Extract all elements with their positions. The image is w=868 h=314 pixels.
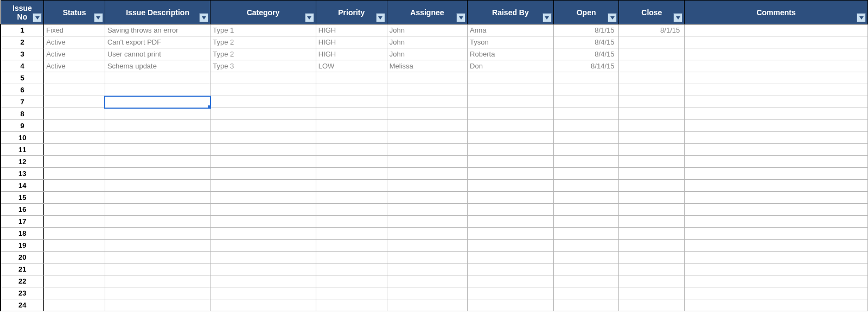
cell-comments[interactable] [685, 263, 868, 275]
cell-close[interactable] [619, 180, 685, 192]
cell-open[interactable] [553, 96, 619, 108]
cell-comments[interactable] [685, 192, 868, 204]
cell-priority[interactable] [316, 275, 387, 287]
cell-comments[interactable] [685, 252, 868, 263]
filter-dropdown-assignee[interactable] [456, 13, 465, 22]
row-number-cell[interactable]: 10 [1, 132, 44, 144]
row-number-cell[interactable]: 16 [1, 204, 44, 216]
filter-dropdown-raised_by[interactable] [542, 13, 552, 22]
cell-description[interactable]: User cannot print [105, 48, 210, 60]
cell-close[interactable] [619, 120, 685, 132]
cell-close[interactable] [619, 144, 685, 156]
cell-raised_by[interactable] [468, 216, 554, 228]
column-header-category[interactable]: Category [210, 1, 316, 24]
cell-description[interactable]: Saving throws an error [105, 24, 210, 36]
cell-assignee[interactable] [387, 156, 467, 168]
cell-priority[interactable] [316, 84, 387, 96]
cell-status[interactable] [44, 216, 105, 228]
cell-status[interactable]: Active [44, 60, 105, 72]
cell-raised_by[interactable] [468, 204, 554, 216]
row-number-cell[interactable]: 19 [1, 240, 44, 252]
cell-category[interactable] [210, 108, 316, 120]
cell-status[interactable]: Active [44, 48, 105, 60]
cell-assignee[interactable] [387, 168, 467, 180]
cell-category[interactable] [210, 240, 316, 252]
cell-open[interactable] [553, 240, 619, 252]
cell-category[interactable]: Type 2 [210, 36, 316, 48]
row-number-cell[interactable]: 11 [1, 144, 44, 156]
row-number-cell[interactable]: 13 [1, 168, 44, 180]
cell-open[interactable] [553, 84, 619, 96]
cell-open[interactable] [553, 216, 619, 228]
cell-close[interactable] [619, 48, 685, 60]
column-header-assignee[interactable]: Assignee [387, 1, 467, 24]
cell-status[interactable]: Active [44, 36, 105, 48]
cell-open[interactable] [553, 228, 619, 240]
cell-open[interactable] [553, 120, 619, 132]
cell-category[interactable] [210, 156, 316, 168]
cell-close[interactable] [619, 299, 685, 311]
row-number-cell[interactable]: 8 [1, 108, 44, 120]
cell-description[interactable] [105, 275, 210, 287]
issue-tracker-table[interactable]: Issue NoStatusIssue DescriptionCategoryP… [0, 0, 868, 311]
cell-description[interactable] [105, 263, 210, 275]
column-header-issue_no[interactable]: Issue No [1, 1, 44, 24]
cell-priority[interactable]: HIGH [316, 36, 387, 48]
cell-description[interactable] [105, 144, 210, 156]
cell-close[interactable] [619, 263, 685, 275]
cell-category[interactable] [210, 72, 316, 84]
cell-priority[interactable] [316, 204, 387, 216]
cell-status[interactable] [44, 263, 105, 275]
cell-comments[interactable] [685, 156, 868, 168]
cell-assignee[interactable] [387, 263, 467, 275]
filter-dropdown-comments[interactable] [857, 13, 866, 22]
cell-category[interactable]: Type 2 [210, 48, 316, 60]
cell-priority[interactable] [316, 156, 387, 168]
cell-comments[interactable] [685, 144, 868, 156]
cell-close[interactable] [619, 132, 685, 144]
cell-raised_by[interactable] [468, 240, 554, 252]
cell-raised_by[interactable] [468, 252, 554, 263]
cell-raised_by[interactable] [468, 299, 554, 311]
filter-dropdown-category[interactable] [305, 13, 314, 22]
cell-priority[interactable] [316, 132, 387, 144]
cell-description[interactable] [105, 108, 210, 120]
cell-assignee[interactable] [387, 108, 467, 120]
cell-raised_by[interactable] [468, 156, 554, 168]
cell-assignee[interactable] [387, 72, 467, 84]
row-number-cell[interactable]: 12 [1, 156, 44, 168]
cell-comments[interactable] [685, 24, 868, 36]
cell-raised_by[interactable] [468, 108, 554, 120]
cell-open[interactable] [553, 252, 619, 263]
cell-open[interactable] [553, 72, 619, 84]
cell-description[interactable] [105, 132, 210, 144]
cell-status[interactable] [44, 108, 105, 120]
cell-open[interactable] [553, 168, 619, 180]
cell-raised_by[interactable]: Tyson [468, 36, 554, 48]
cell-category[interactable] [210, 96, 316, 108]
cell-status[interactable] [44, 180, 105, 192]
cell-assignee[interactable]: John [387, 36, 467, 48]
cell-comments[interactable] [685, 120, 868, 132]
cell-description[interactable] [105, 252, 210, 263]
cell-category[interactable] [210, 275, 316, 287]
cell-assignee[interactable] [387, 120, 467, 132]
row-number-cell[interactable]: 24 [1, 299, 44, 311]
cell-close[interactable] [619, 275, 685, 287]
cell-close[interactable] [619, 36, 685, 48]
cell-status[interactable] [44, 96, 105, 108]
cell-description[interactable] [105, 168, 210, 180]
cell-assignee[interactable] [387, 132, 467, 144]
cell-category[interactable]: Type 1 [210, 24, 316, 36]
row-number-cell[interactable]: 1 [1, 24, 44, 36]
cell-close[interactable] [619, 252, 685, 263]
cell-description[interactable] [105, 204, 210, 216]
column-header-status[interactable]: Status [44, 1, 105, 24]
cell-open[interactable] [553, 108, 619, 120]
cell-open[interactable] [553, 263, 619, 275]
cell-assignee[interactable]: John [387, 24, 467, 36]
cell-comments[interactable] [685, 228, 868, 240]
cell-priority[interactable] [316, 96, 387, 108]
cell-category[interactable] [210, 252, 316, 263]
cell-raised_by[interactable] [468, 84, 554, 96]
